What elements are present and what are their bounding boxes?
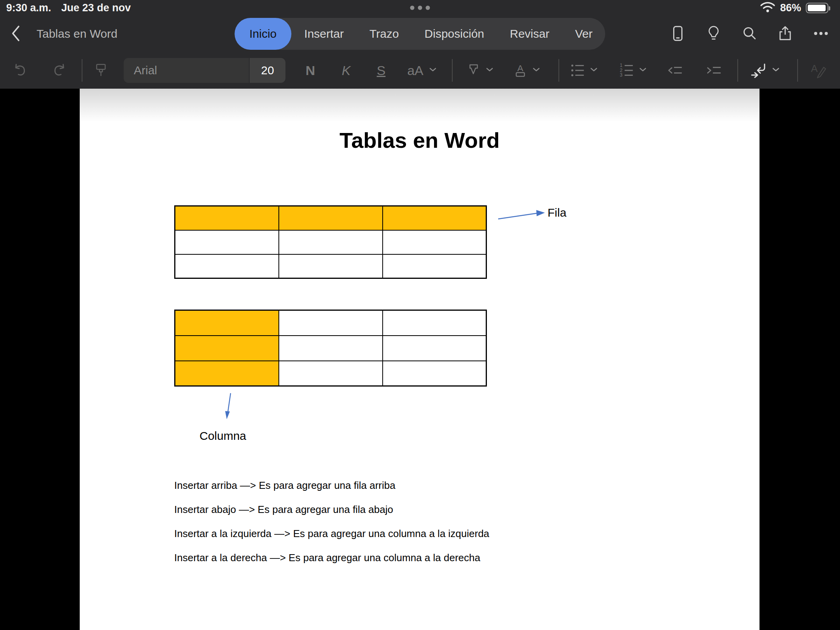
indent-icon [705,62,723,79]
columna-label[interactable]: Columna [200,429,246,443]
ribbon-divider [452,59,453,82]
ribbon: Arial 20 N K S aA A [0,52,840,89]
table-cell[interactable] [279,361,383,386]
document-page[interactable]: Tablas en Word Fila Columna Insertar arr… [80,89,760,630]
chevron-down-icon [772,67,780,74]
search-button[interactable] [740,25,758,43]
font-size-value: 20 [261,64,274,77]
notes: Insertar arriba —> Es para agregar una f… [174,480,489,576]
font-color-button[interactable]: A [511,58,530,83]
document-title: Tablas en Word [37,27,117,40]
back-button[interactable] [7,23,25,45]
font-size-field[interactable]: 20 [250,58,285,83]
bold-label: N [306,63,315,78]
table-cell[interactable] [279,230,383,254]
clock: 9:30 a.m. [6,2,51,14]
bold-button[interactable]: N [301,58,320,83]
highlighter-button[interactable] [464,58,483,83]
tell-me-button[interactable] [705,25,723,43]
highlighter-icon [466,62,482,79]
svg-text:A: A [517,63,523,73]
multitask-dots-icon [410,6,430,10]
table-cell[interactable] [175,254,279,278]
chevron-down-icon [429,67,437,74]
table-row-example[interactable] [174,205,487,279]
share-icon [776,24,794,44]
edit-text-icon: A [810,62,827,79]
columna-arrow[interactable] [220,392,238,421]
ribbon-divider [737,59,738,82]
tab-bar: InicioInsertarTrazoDisposiciónRevisarVer [234,18,605,50]
note-line[interactable]: Insertar a la derecha —> Es para agregar… [174,552,489,564]
battery-icon [806,3,828,13]
text-case-label: aA [407,63,424,78]
underline-button[interactable]: S [372,58,390,83]
font-color-icon: A [512,62,528,79]
more-icon [812,24,830,44]
numbered-list-icon: 1 2 3 [618,62,635,79]
table-cell[interactable] [175,206,279,230]
table-column-example[interactable] [174,310,487,387]
underline-label: S [377,63,386,78]
chevron-down-icon [532,67,541,74]
numbered-list-button[interactable]: 1 2 3 [618,58,636,83]
table-cell[interactable] [175,310,279,336]
table-cell[interactable] [383,336,486,361]
edit-text-button[interactable]: A [809,58,828,83]
table-cell[interactable] [279,336,383,361]
redo-icon [50,62,66,79]
redo-button[interactable] [49,58,68,83]
note-line[interactable]: Insertar arriba —> Es para agregar una f… [174,480,489,491]
tab-insertar[interactable]: Insertar [291,18,357,50]
note-line[interactable]: Insertar a la izquierda —> Es para agreg… [174,528,489,539]
bullet-list-button[interactable] [569,58,587,83]
status-bar: 9:30 a.m. Jue 23 de nov 86% [0,0,840,16]
table-cell[interactable] [175,230,279,254]
format-painter-icon [93,62,109,79]
fila-arrow[interactable] [496,207,546,223]
date: Jue 23 de nov [61,2,131,14]
tab-revisar[interactable]: Revisar [497,18,562,50]
chevron-left-icon [9,24,23,44]
search-icon [740,24,758,44]
note-line[interactable]: Insertar abajo —> Es para agregar una fi… [174,504,489,515]
table-cell[interactable] [383,230,486,254]
italic-label: K [342,63,351,78]
undo-button[interactable] [12,58,30,83]
font-name-field[interactable]: Arial [124,58,249,83]
tab-ver[interactable]: Ver [562,18,606,50]
more-button[interactable] [812,25,830,43]
font-name-value: Arial [134,64,157,77]
tab-inicio[interactable]: Inicio [234,18,291,50]
mobile-view-button[interactable] [669,25,687,43]
table-cell[interactable] [383,206,486,230]
share-button[interactable] [776,25,794,43]
table-cell[interactable] [279,310,383,336]
table-cell[interactable] [279,254,383,278]
tab-disposición[interactable]: Disposición [412,18,497,50]
table-cell[interactable] [175,336,279,361]
wifi-icon [760,1,775,15]
line-break-icon [750,62,768,79]
text-case-button[interactable]: aA [404,58,426,83]
line-break-button[interactable] [749,58,769,83]
table-cell[interactable] [279,206,383,230]
ribbon-divider [558,59,559,82]
outdent-icon [667,62,684,79]
chevron-down-icon [485,67,494,74]
bullet-list-icon [569,62,586,79]
outdent-button[interactable] [666,58,684,83]
table-cell[interactable] [175,361,279,386]
indent-button[interactable] [705,58,723,83]
fila-label[interactable]: Fila [548,206,566,219]
document-heading[interactable]: Tablas en Word [80,128,760,153]
document-canvas: Tablas en Word Fila Columna Insertar arr… [0,89,840,630]
mobile-view-icon [669,24,687,44]
table-cell[interactable] [383,310,486,336]
svg-text:A: A [811,63,818,74]
italic-button[interactable]: K [337,58,355,83]
table-cell[interactable] [383,361,486,386]
format-painter-button[interactable] [92,58,110,83]
tab-trazo[interactable]: Trazo [357,18,412,50]
table-cell[interactable] [383,254,486,278]
